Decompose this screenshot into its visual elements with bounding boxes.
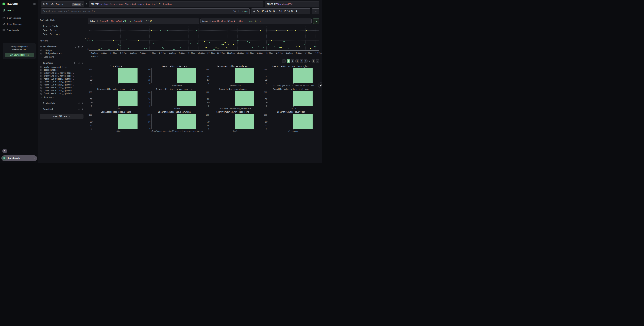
pagination-page-1[interactable]: 1 bbox=[287, 59, 290, 63]
show-more-button[interactable]: Show more bbox=[40, 96, 84, 99]
mini-chart-plot[interactable] bbox=[210, 68, 260, 83]
sql-select-input[interactable]: SELECT Timestamp, ServiceName, StatusCod… bbox=[89, 2, 264, 7]
pagination-page-2[interactable]: 2 bbox=[291, 59, 294, 63]
checkbox[interactable] bbox=[40, 87, 42, 89]
mini-y-tick-label: 25 bbox=[90, 79, 92, 81]
bar-chart-icon[interactable] bbox=[78, 108, 80, 110]
filter-checkbox-item[interactable]: dependencies bbox=[40, 69, 84, 72]
mini-chart-plot[interactable] bbox=[151, 68, 202, 83]
checkbox[interactable] bbox=[40, 69, 42, 71]
local-mode-button[interactable]: U Local mode bbox=[1, 155, 37, 161]
analysis-mode-results-table[interactable]: Results Table bbox=[40, 24, 84, 28]
pin-icon[interactable] bbox=[81, 62, 84, 64]
mini-chart-plot[interactable] bbox=[151, 91, 202, 106]
filter-checkbox-item[interactable]: fetch GET https://github.… bbox=[40, 89, 84, 92]
date-range-picker[interactable]: Oct 10 04:16:14 - Oct 10 16:16:14 bbox=[251, 9, 310, 14]
sidebar-item-search[interactable]: Search bbox=[0, 7, 38, 13]
filter-checkbox-item[interactable]: fetch GET https://github.… bbox=[40, 77, 84, 80]
filter-section-name[interactable]: SpanName bbox=[43, 62, 53, 64]
attribute-chart: ResourceAttributes.vercel.region02550100… bbox=[88, 88, 144, 111]
mini-y-tick-label: 50 bbox=[265, 98, 267, 100]
mini-chart-plot[interactable] bbox=[268, 91, 319, 106]
more-filters-button[interactable]: More filters bbox=[40, 114, 84, 119]
filter-section-servicename[interactable]: ServiceName bbox=[40, 45, 84, 48]
filter-section-spanname[interactable]: SpanName bbox=[40, 62, 84, 65]
chevron-down-icon[interactable] bbox=[40, 62, 42, 64]
checkbox[interactable] bbox=[40, 84, 42, 86]
filter-checkbox-item[interactable]: fetch GET https://github.… bbox=[40, 80, 84, 83]
bar-chart-icon[interactable] bbox=[78, 62, 80, 64]
mini-chart-plot[interactable] bbox=[268, 114, 319, 129]
filter-checkbox-item[interactable]: clickpy-frontend bbox=[40, 52, 84, 55]
search-icon[interactable] bbox=[74, 46, 76, 48]
mini-chart-plot[interactable] bbox=[268, 68, 319, 83]
scatter-plot[interactable]: 00.51 bbox=[89, 26, 319, 51]
filter-checkbox-item[interactable]: build component tree bbox=[40, 66, 84, 69]
apply-metrics-button[interactable] bbox=[313, 19, 319, 24]
load-more-button[interactable]: Load more bbox=[40, 55, 84, 59]
sidebar-item-chart-explorer[interactable]: Chart Explorer bbox=[0, 15, 38, 21]
mode-toggle-sql[interactable]: SQL bbox=[233, 10, 237, 13]
chevron-right-icon[interactable] bbox=[40, 108, 42, 110]
filter-section-spankind[interactable]: SpanKind bbox=[40, 108, 84, 111]
checkbox[interactable] bbox=[40, 75, 42, 77]
analysis-mode-event-deltas[interactable]: Event Deltas bbox=[40, 28, 84, 32]
mini-chart-plot[interactable] bbox=[93, 68, 144, 83]
source-select[interactable]: ClickPy Traces Schema ▲▼ bbox=[41, 2, 84, 7]
checkbox[interactable] bbox=[40, 81, 42, 83]
mini-chart-plot[interactable] bbox=[210, 91, 260, 106]
get-started-button[interactable]: Get Started for Free bbox=[5, 53, 34, 57]
pagination-page-9[interactable]: 9 bbox=[312, 59, 315, 63]
mini-chart-plot[interactable] bbox=[93, 91, 144, 106]
checkbox[interactable] bbox=[40, 90, 42, 92]
pin-icon[interactable] bbox=[81, 46, 84, 48]
filter-checkbox-item[interactable]: clickpy bbox=[40, 49, 84, 52]
sidebar-item-client-sessions[interactable]: Client Sessions bbox=[0, 21, 38, 27]
value-expression-input[interactable]: Value ⓘ (countIf(StatusCode='Error')/cou… bbox=[88, 19, 199, 24]
scatter-point bbox=[272, 50, 274, 50]
pagination-next-button[interactable]: › bbox=[316, 59, 319, 63]
order-by-input[interactable]: ORDER BY Timestamp DESC bbox=[265, 2, 319, 7]
chevron-down-icon[interactable] bbox=[40, 46, 42, 48]
search-icon[interactable] bbox=[74, 62, 76, 64]
filter-section-name[interactable]: StatusCode bbox=[43, 102, 55, 104]
filter-checkbox-item[interactable]: executing api route (app)… bbox=[40, 71, 84, 75]
mini-y-tick-label: 25 bbox=[207, 79, 209, 81]
sidebar-item-dashboards[interactable]: Dashboards bbox=[0, 27, 38, 33]
filter-section-statuscode[interactable]: StatusCode bbox=[40, 102, 84, 105]
search-run-button[interactable] bbox=[312, 9, 319, 14]
help-button[interactable]: ? bbox=[2, 149, 7, 153]
pin-icon[interactable] bbox=[81, 102, 84, 104]
filter-section-name[interactable]: SpanKind bbox=[43, 108, 53, 110]
sidebar-collapse-icon[interactable] bbox=[33, 3, 36, 6]
mini-chart-plot[interactable] bbox=[210, 114, 260, 129]
mini-chart-plot[interactable] bbox=[151, 114, 202, 129]
scatter-point bbox=[108, 49, 110, 50]
bar-chart-icon[interactable] bbox=[78, 46, 80, 48]
filter-checkbox-item[interactable]: fetch GET https://github.… bbox=[40, 86, 84, 89]
pagination-page-4[interactable]: 4 bbox=[300, 59, 303, 63]
checkbox[interactable] bbox=[40, 78, 42, 80]
pagination-page-3[interactable]: 3 bbox=[296, 59, 299, 63]
filter-checkbox-item[interactable]: fetch GET https://github.… bbox=[40, 83, 84, 86]
checkbox[interactable] bbox=[40, 93, 42, 95]
chevron-right-icon[interactable] bbox=[40, 102, 42, 104]
search-input[interactable] bbox=[43, 10, 232, 13]
bar-chart-icon[interactable] bbox=[78, 102, 80, 104]
scatter-x-axis: 4:30am5:00am5:30am6:00am6:30am7:00am7:30… bbox=[89, 52, 319, 54]
checkbox[interactable] bbox=[40, 53, 42, 54]
pagination-prev-button[interactable]: ‹ bbox=[282, 59, 286, 63]
filter-section-name[interactable]: ServiceName bbox=[43, 45, 56, 48]
mini-chart-plot[interactable] bbox=[93, 114, 144, 129]
pagination-page-5[interactable]: 5 bbox=[304, 59, 308, 63]
pin-icon[interactable] bbox=[81, 108, 84, 110]
checkbox[interactable] bbox=[40, 50, 42, 51]
filter-checkbox-item[interactable]: executing api route (app)… bbox=[40, 75, 84, 78]
checkbox[interactable] bbox=[40, 72, 42, 74]
mode-toggle-lucene[interactable]: Lucene bbox=[240, 10, 248, 13]
filter-checkbox-item[interactable]: fetch GET https://github.… bbox=[40, 92, 84, 95]
analysis-mode-event-patterns[interactable]: Event Patterns bbox=[40, 32, 84, 36]
checkbox[interactable] bbox=[40, 66, 42, 68]
count-expression-input[interactable]: Count ⓘ countDistinct(SpanAttributes['us… bbox=[200, 19, 312, 24]
gear-icon[interactable]: ⚙ bbox=[86, 3, 87, 6]
